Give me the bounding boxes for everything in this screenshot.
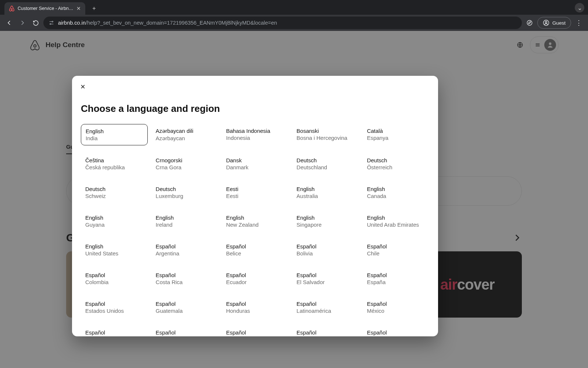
- language-option[interactable]: EnglishUnited States: [81, 240, 148, 260]
- language-option-language: Español: [297, 243, 355, 250]
- language-option-region: Österreich: [367, 164, 425, 170]
- language-option-region: España: [367, 279, 425, 285]
- language-option-region: Guatemala: [156, 308, 214, 314]
- language-option-region: Crna Gora: [156, 164, 214, 170]
- language-option-region: New Zealand: [226, 222, 284, 228]
- new-tab-button[interactable]: +: [89, 3, 99, 14]
- reload-button[interactable]: [30, 17, 41, 28]
- language-option[interactable]: DeutschDeutschland: [292, 153, 359, 174]
- language-option[interactable]: EspañolVenezuela: [362, 326, 429, 336]
- language-option[interactable]: EspañolBolivia: [292, 240, 359, 260]
- language-option-region: Bosna i Hercegovina: [297, 135, 355, 141]
- language-option[interactable]: EnglishAustralia: [292, 182, 359, 203]
- language-option-region: Azərbaycan: [156, 135, 214, 142]
- language-option[interactable]: EnglishIreland: [151, 211, 218, 231]
- language-option[interactable]: EspañolEspaña: [362, 268, 429, 289]
- language-option[interactable]: DeutschLuxemburg: [151, 182, 218, 203]
- svg-point-1: [50, 24, 51, 25]
- language-option[interactable]: CatalàEspanya: [362, 124, 429, 145]
- language-option[interactable]: Bahasa IndonesiaIndonesia: [222, 124, 288, 145]
- airbnb-favicon-icon: [9, 6, 15, 11]
- language-option[interactable]: EspañolEstados Unidos: [81, 297, 148, 318]
- language-option-region: Espanya: [367, 135, 425, 141]
- modal-title: Choose a language and region: [72, 76, 438, 124]
- language-option[interactable]: EnglishGuyana: [81, 211, 148, 231]
- language-option-language: Español: [367, 243, 425, 250]
- language-option[interactable]: EnglishSingapore: [292, 211, 359, 231]
- language-option-language: Español: [85, 272, 143, 278]
- language-option[interactable]: BosanskiBosna i Hercegovina: [292, 124, 359, 145]
- language-option-region: Costa Rica: [156, 279, 214, 285]
- language-option-region: Česká republika: [85, 164, 143, 170]
- language-option[interactable]: EspañolParaguay: [222, 326, 288, 336]
- language-option-region: Guyana: [85, 222, 143, 228]
- language-option[interactable]: EspañolNicaragua: [81, 326, 148, 336]
- svg-point-2: [527, 20, 532, 25]
- language-option[interactable]: DeutschSchweiz: [81, 182, 148, 203]
- language-option-language: Español: [156, 243, 214, 250]
- language-option-language: Crnogorski: [156, 157, 214, 163]
- language-option[interactable]: EspañolEcuador: [222, 268, 288, 289]
- language-option-language: English: [297, 186, 355, 192]
- language-option-region: Belice: [226, 250, 284, 256]
- chrome-menu-button[interactable]: ⋮: [573, 17, 584, 28]
- language-option-region: El Salvador: [297, 279, 355, 285]
- language-option[interactable]: EspañolColombia: [81, 268, 148, 289]
- language-option[interactable]: DanskDanmark: [222, 153, 288, 174]
- language-option-region: Luxemburg: [156, 193, 214, 199]
- site-settings-icon[interactable]: [49, 20, 54, 26]
- svg-point-0: [52, 21, 53, 22]
- language-option-region: México: [367, 308, 425, 314]
- language-option-language: Español: [367, 272, 425, 278]
- profile-chip[interactable]: Guest: [537, 17, 571, 29]
- language-option-language: Español: [226, 243, 284, 250]
- language-option[interactable]: EspañolLatinoamérica: [292, 297, 359, 318]
- language-option[interactable]: EnglishUnited Arab Emirates: [362, 211, 429, 231]
- language-option[interactable]: CrnogorskiCrna Gora: [151, 153, 218, 174]
- language-option-language: Español: [85, 301, 143, 307]
- language-option[interactable]: EnglishIndia: [81, 124, 148, 145]
- language-option-region: Deutschland: [297, 164, 355, 170]
- language-option-language: Español: [297, 301, 355, 307]
- leaf-icon[interactable]: [524, 17, 535, 28]
- language-option[interactable]: EspañolHonduras: [222, 297, 288, 318]
- language-option-language: Bahasa Indonesia: [226, 128, 284, 134]
- language-option[interactable]: EspañolEl Salvador: [292, 268, 359, 289]
- language-option[interactable]: ČeštinaČeská republika: [81, 153, 148, 174]
- back-button[interactable]: [4, 17, 15, 28]
- language-option[interactable]: EspañolPanamá: [151, 326, 218, 336]
- language-option-language: Deutsch: [367, 157, 425, 163]
- language-option-language: English: [367, 186, 425, 192]
- language-option[interactable]: EestiEesti: [222, 182, 288, 203]
- language-option[interactable]: Azərbaycan diliAzərbaycan: [151, 124, 218, 145]
- close-tab-icon[interactable]: ✕: [76, 6, 81, 11]
- browser-tab[interactable]: Customer Service - Airbnb He ✕: [4, 2, 85, 15]
- svg-point-4: [545, 21, 547, 23]
- tab-overflow-button[interactable]: ⌄: [575, 3, 584, 13]
- language-option-language: Deutsch: [297, 157, 355, 163]
- address-bar[interactable]: airbnb.co.in/help?_set_bev_on_new_domain…: [43, 17, 522, 29]
- guest-avatar-icon: [543, 20, 549, 26]
- language-option-language: Eesti: [226, 186, 284, 192]
- language-option-language: English: [297, 215, 355, 221]
- language-option-language: English: [85, 215, 143, 221]
- url-text: airbnb.co.in/help?_set_bev_on_new_domain…: [58, 20, 277, 26]
- close-modal-button[interactable]: [80, 84, 86, 89]
- forward-button[interactable]: [17, 17, 28, 28]
- language-option[interactable]: EnglishCanada: [362, 182, 429, 203]
- language-grid: EnglishIndiaAzərbaycan diliAzərbaycanBah…: [72, 124, 438, 336]
- language-option[interactable]: EspañolMéxico: [362, 297, 429, 318]
- language-option[interactable]: EnglishNew Zealand: [222, 211, 288, 231]
- language-option-language: English: [156, 215, 214, 221]
- language-option[interactable]: EspañolGuatemala: [151, 297, 218, 318]
- language-option[interactable]: EspañolPerú: [292, 326, 359, 336]
- language-option[interactable]: DeutschÖsterreich: [362, 153, 429, 174]
- language-option-region: United Arab Emirates: [367, 222, 425, 228]
- language-option[interactable]: EspañolCosta Rica: [151, 268, 218, 289]
- language-option[interactable]: EspañolChile: [362, 240, 429, 260]
- language-option[interactable]: EspañolArgentina: [151, 240, 218, 260]
- language-option-region: Honduras: [226, 308, 284, 314]
- language-option[interactable]: EspañolBelice: [222, 240, 288, 260]
- language-option-language: Español: [367, 301, 425, 307]
- language-option-region: Chile: [367, 250, 425, 256]
